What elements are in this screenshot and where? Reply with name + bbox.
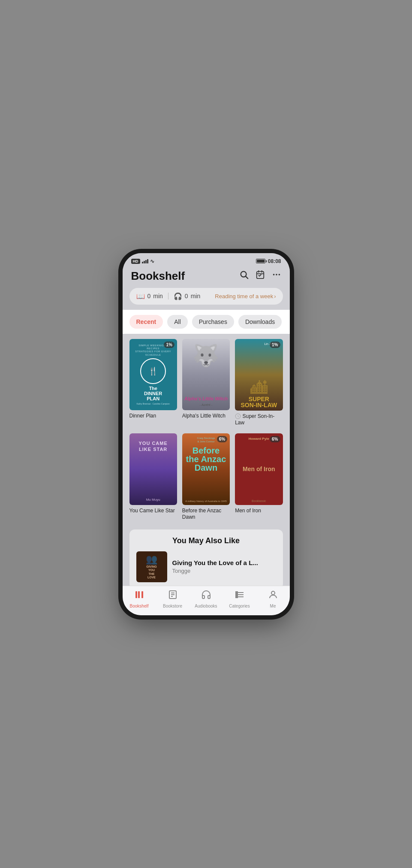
anzac-title: Beforethe AnzacDawn bbox=[186, 446, 226, 472]
book-title-men-iron: Men of Iron bbox=[235, 508, 283, 514]
suggestion-cover-inner: 👥 GIVINGYOUTHELOVE bbox=[144, 552, 159, 581]
bookstore-nav-label: Bookstore bbox=[163, 604, 182, 608]
more-options-icon[interactable] bbox=[272, 270, 281, 282]
dinner-plan-authors: Kathy Brennan · Caroline Campion bbox=[137, 402, 170, 405]
reading-time-bar: 📖 0 min 🎧 0 min Reading time of a week › bbox=[129, 288, 283, 305]
app-header: Bookshelf bbox=[123, 266, 290, 288]
audio-unit: min bbox=[191, 293, 201, 299]
progress-badge-anzac: 6% bbox=[217, 436, 227, 442]
book-title-anzac: Before the Anzac Dawn bbox=[182, 508, 230, 521]
book-cover-wrapper-super-son: Lin Jianjian 🏙 SUPERSon-In-Law 1% bbox=[235, 339, 283, 411]
progress-badge-dinner-plan: 1% bbox=[164, 342, 174, 348]
phone-frame: HD ∿ 08:08 Bookshelf bbox=[123, 253, 290, 615]
progress-badge-super-son: 1% bbox=[270, 342, 280, 348]
book-cover-wrapper-men-iron: Howard Pyle Men of Iron Booklassic 6% bbox=[235, 433, 283, 505]
search-icon[interactable] bbox=[239, 270, 249, 282]
book-minutes: 0 bbox=[147, 293, 151, 299]
header-icons bbox=[239, 270, 281, 282]
suggestion-info: Giving You the Love of a L... Tongge bbox=[172, 559, 276, 574]
book-cover-wrapper-star: YOU CAMELIKE STAR Mu Muyu bbox=[129, 433, 177, 505]
super-son-title: SUPERSon-In-Law bbox=[241, 396, 277, 408]
reading-week-link[interactable]: Reading time of a week › bbox=[215, 293, 276, 299]
bottom-nav: Bookshelf Bookstore Audiobo bbox=[123, 586, 290, 615]
tab-all[interactable]: All bbox=[167, 315, 188, 329]
svg-rect-12 bbox=[141, 591, 143, 598]
svg-point-8 bbox=[278, 274, 280, 275]
book-item-alpha-witch[interactable]: 🐺 Alpha's Little Witch - Azeht - Alpha's… bbox=[182, 339, 230, 426]
men-iron-title: Men of Iron bbox=[243, 466, 275, 473]
fork-knife-icon: 🍴 bbox=[148, 366, 158, 376]
book-title-dinner-plan: Dinner Plan bbox=[129, 413, 177, 420]
signal-bars bbox=[142, 259, 148, 263]
audiobooks-nav-icon bbox=[201, 590, 211, 602]
book-item-anzac[interactable]: Craig Stockings& John Connor Beforethe A… bbox=[182, 433, 230, 521]
dinner-plan-circle: 🍴 bbox=[140, 358, 166, 384]
bookshelf-nav-icon bbox=[134, 590, 144, 602]
suggestion-item[interactable]: 👥 GIVINGYOUTHELOVE Giving You the Love o… bbox=[136, 551, 276, 582]
signal-bar-4 bbox=[147, 259, 148, 263]
book-cover-wrapper-alpha-witch: 🐺 Alpha's Little Witch - Azeht - bbox=[182, 339, 230, 411]
nav-item-bookshelf[interactable]: Bookshelf bbox=[126, 590, 152, 608]
book-cover-star: YOU CAMELIKE STAR Mu Muyu bbox=[129, 433, 177, 505]
nav-item-me[interactable]: Me bbox=[260, 590, 286, 608]
tab-purchases[interactable]: Purchases bbox=[192, 315, 234, 329]
suggestion-book-title: Giving You the Love of a L... bbox=[172, 559, 276, 566]
book-unit: min bbox=[153, 293, 163, 299]
chevron-right-icon: › bbox=[274, 293, 276, 299]
hd-badge: HD bbox=[131, 259, 140, 264]
svg-rect-11 bbox=[138, 591, 140, 598]
battery-icon bbox=[256, 259, 265, 263]
app-content[interactable]: Bookshelf bbox=[123, 266, 290, 586]
nav-item-categories[interactable]: Categories bbox=[227, 590, 253, 608]
anzac-authors: Craig Stockings& John Connor bbox=[194, 437, 217, 444]
nav-item-bookstore[interactable]: Bookstore bbox=[160, 590, 186, 608]
suggestion-cover-icon: 👥 bbox=[146, 554, 157, 565]
book-title-super-son: Super Son-In-Law bbox=[235, 413, 283, 426]
audio-reading-time: 🎧 0 min bbox=[174, 292, 200, 300]
bookshelf-nav-label: Bookshelf bbox=[130, 604, 149, 608]
book-title-alpha-witch: Alpha's Little Witch bbox=[182, 413, 230, 420]
book-item-super-son[interactable]: Lin Jianjian 🏙 SUPERSon-In-Law 1% Super … bbox=[235, 339, 283, 426]
star-author: Mu Muyu bbox=[146, 498, 160, 502]
book-item-star[interactable]: YOU CAMELIKE STAR Mu Muyu You Came Like … bbox=[129, 433, 177, 521]
alpha-witch-title: Alpha's Little Witch bbox=[184, 396, 228, 402]
audio-minutes: 0 bbox=[185, 293, 188, 299]
me-nav-icon bbox=[268, 590, 278, 602]
book-cover-wrapper-anzac: Craig Stockings& John Connor Beforethe A… bbox=[182, 433, 230, 505]
status-left: HD ∿ bbox=[131, 258, 154, 264]
audiobooks-nav-label: Audiobooks bbox=[195, 604, 217, 608]
tab-recent[interactable]: Recent bbox=[129, 315, 163, 329]
book-reading-time: 📖 0 min bbox=[136, 292, 163, 300]
building-silhouette: 🏙 bbox=[250, 378, 268, 398]
time-divider bbox=[168, 293, 168, 299]
status-bar: HD ∿ 08:08 bbox=[123, 253, 290, 266]
book-cover-anzac: Craig Stockings& John Connor Beforethe A… bbox=[182, 433, 230, 505]
book-icon: 📖 bbox=[136, 292, 145, 300]
nav-item-audiobooks[interactable]: Audiobooks bbox=[193, 590, 219, 608]
status-time: 08:08 bbox=[268, 258, 281, 264]
suggestions-title: You May Also Like bbox=[136, 536, 276, 545]
signal-bar-3 bbox=[145, 260, 147, 263]
alpha-witch-author: - Azeht - bbox=[200, 403, 213, 407]
tab-downloads[interactable]: Downloads bbox=[238, 315, 282, 329]
book-item-dinner-plan[interactable]: Simple Weeknight RecipesStrategies for E… bbox=[129, 339, 177, 426]
svg-line-1 bbox=[246, 276, 248, 278]
progress-badge-men-iron: 6% bbox=[270, 436, 280, 442]
men-iron-publisher: Booklassic bbox=[252, 499, 266, 502]
battery-body bbox=[256, 259, 265, 263]
signal-bar-1 bbox=[142, 262, 143, 263]
status-right: 08:08 bbox=[256, 258, 281, 264]
book-cover-super-son: Lin Jianjian 🏙 SUPERSon-In-Law bbox=[235, 339, 283, 411]
battery-fill bbox=[257, 260, 265, 263]
categories-nav-icon bbox=[235, 590, 245, 602]
suggestions-section: You May Also Like 👥 GIVINGYOUTHELOVE Giv… bbox=[129, 529, 283, 586]
reading-week-label: Reading time of a week bbox=[215, 293, 273, 299]
star-title: YOU CAMELIKE STAR bbox=[139, 440, 168, 453]
wolf-silhouette: 🐺 bbox=[192, 343, 219, 368]
signal-bar-2 bbox=[144, 261, 145, 263]
calendar-icon[interactable] bbox=[256, 270, 265, 282]
book-item-men-iron[interactable]: Howard Pyle Men of Iron Booklassic 6% Me… bbox=[235, 433, 283, 521]
page-title: Bookshelf bbox=[131, 269, 185, 283]
dinner-plan-title: TheDINNERPLAN bbox=[144, 386, 162, 401]
anzac-subtitle: A military history of Australia to 1945 bbox=[185, 500, 227, 502]
